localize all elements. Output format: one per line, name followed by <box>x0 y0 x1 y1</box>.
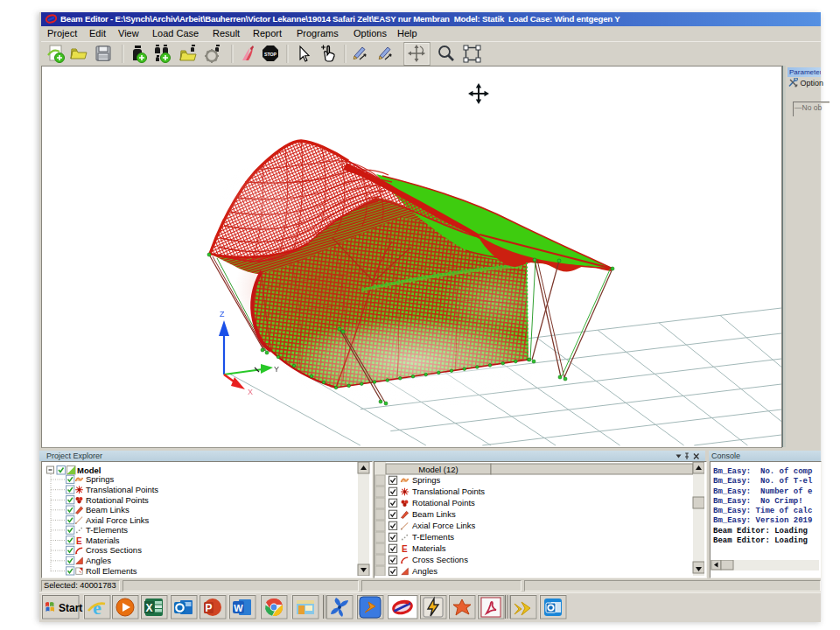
svg-text:Beam Links: Beam Links <box>86 505 130 514</box>
svg-text:Cross Sections: Cross Sections <box>412 555 468 564</box>
svg-text:P: P <box>205 602 212 614</box>
svg-text:Rotational Points: Rotational Points <box>412 498 475 508</box>
svg-text:X: X <box>248 388 253 396</box>
svg-text:Beam Links: Beam Links <box>412 509 456 519</box>
svg-text:Roll Elements: Roll Elements <box>86 566 137 576</box>
svg-text:Model: Model <box>77 466 101 475</box>
svg-text:T-Elements: T-Elements <box>412 532 454 542</box>
svg-text:Materials: Materials <box>86 536 120 545</box>
svg-text:W: W <box>234 603 243 613</box>
svg-text:Start: Start <box>59 602 82 614</box>
svg-text:E: E <box>402 544 408 554</box>
svg-text:Cross Sections: Cross Sections <box>86 545 142 555</box>
svg-text:Translational Points: Translational Points <box>412 486 485 496</box>
svg-text:X: X <box>145 602 152 614</box>
svg-text:e: e <box>93 597 102 619</box>
svg-text:Angles: Angles <box>412 566 438 576</box>
svg-text:Materials: Materials <box>412 543 446 553</box>
svg-text:Springs: Springs <box>86 474 114 484</box>
svg-text:Z: Z <box>220 310 225 318</box>
svg-text:Model (12): Model (12) <box>418 465 458 474</box>
svg-text:T-Elements: T-Elements <box>86 525 128 535</box>
svg-text:STOP: STOP <box>264 52 277 57</box>
svg-text:Axial Force Links: Axial Force Links <box>412 521 476 530</box>
svg-text:Axial Force Links: Axial Force Links <box>86 515 150 525</box>
svg-text:Rotational Points: Rotational Points <box>86 495 149 505</box>
svg-text:Y: Y <box>274 365 279 374</box>
svg-text:E: E <box>76 536 82 546</box>
svg-text:Springs: Springs <box>412 475 440 485</box>
svg-text:Translational Points: Translational Points <box>86 485 158 494</box>
svg-text:Angles: Angles <box>86 556 111 565</box>
